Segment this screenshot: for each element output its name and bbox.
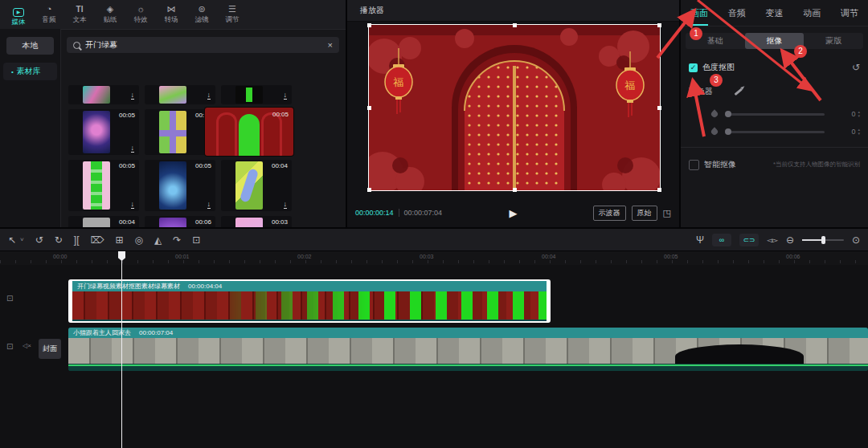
asset-item[interactable]: ↓ bbox=[145, 85, 215, 104]
stepper-down-icon[interactable]: ▾ bbox=[858, 132, 860, 136]
intensity-slider[interactable] bbox=[726, 113, 825, 116]
timeline-clip-main-video[interactable]: 小猫跟着主人回家去 00:00:07:04 bbox=[68, 328, 868, 371]
color-picker-row: 取色器 bbox=[681, 86, 868, 97]
tab-sticker[interactable]: ◈ 贴纸 bbox=[95, 4, 125, 25]
sidebar-item-library[interactable]: •素材库 bbox=[3, 63, 57, 80]
tab-text-label: 文本 bbox=[64, 15, 95, 25]
cover-button[interactable]: 封面 bbox=[39, 339, 61, 359]
mirror-icon[interactable]: ◭ bbox=[154, 229, 162, 251]
tab-text[interactable]: TI 文本 bbox=[64, 4, 95, 25]
select-tool-icon[interactable]: ↖ bbox=[8, 229, 16, 251]
asset-item[interactable]: 00:05 ↓ bbox=[145, 160, 215, 211]
clear-search-icon[interactable]: × bbox=[328, 40, 333, 50]
timeline-zoom-slider[interactable] bbox=[802, 239, 844, 241]
stepper-down-icon[interactable]: ▾ bbox=[858, 114, 860, 118]
asset-item[interactable]: ⋈ 00:03 ↓ bbox=[221, 216, 292, 227]
preview-axis-icon[interactable]: ◅▻ bbox=[767, 229, 778, 251]
zoom-fit-icon[interactable]: ⊙ bbox=[852, 229, 860, 251]
magnetic-snap-toggle[interactable]: ∞ bbox=[712, 234, 731, 246]
rotate-icon[interactable]: ↷ bbox=[173, 229, 181, 251]
timeline-clip-green-screen[interactable]: 开门绿幕视频素材抠图素材绿幕素材 00:00:04:04 bbox=[68, 279, 551, 323]
track1-toggle-icon[interactable]: ⊡ bbox=[6, 294, 13, 303]
auto-link-toggle[interactable]: ⊂⊃ bbox=[739, 234, 759, 246]
subtab-mask[interactable]: 蒙版 bbox=[804, 33, 863, 49]
ruler-label: 00:04 bbox=[542, 254, 556, 259]
reset-icon[interactable]: ↺ bbox=[852, 62, 860, 73]
asset-item[interactable]: ↓ bbox=[68, 85, 139, 104]
download-icon[interactable]: ↓ bbox=[284, 201, 288, 209]
undo-icon[interactable]: ↺ bbox=[35, 229, 43, 251]
clip-duration: 00:00:04:04 bbox=[188, 283, 222, 290]
play-button[interactable]: ▶ bbox=[510, 207, 518, 219]
asset-item[interactable]: 00:04 ↓ bbox=[68, 216, 139, 227]
asset-item[interactable]: 00:04 ↓ bbox=[221, 160, 292, 211]
clip-filmstrip bbox=[72, 291, 547, 320]
download-icon[interactable]: ↓ bbox=[207, 201, 211, 209]
tab-speed[interactable]: 变速 bbox=[766, 0, 784, 26]
timeline-toolbar: ↖ ˅ ↺ ↻ ][ ⌦ ⊞ ◎ ◭ ↷ ⊡ Ψ ∞ ⊂⊃ ◅▻ ⊖ ⊙ bbox=[0, 228, 868, 250]
reverse-icon[interactable]: ◎ bbox=[135, 229, 143, 251]
download-icon[interactable]: ↓ bbox=[131, 92, 135, 100]
asset-item[interactable]: ↓ bbox=[221, 85, 292, 104]
freeze-frame-icon[interactable]: ⊞ bbox=[116, 229, 124, 251]
split-icon[interactable]: ][ bbox=[74, 229, 80, 251]
redo-icon[interactable]: ↻ bbox=[55, 229, 63, 251]
asset-duration: 00:05 bbox=[119, 112, 135, 119]
download-icon[interactable]: ↓ bbox=[131, 145, 135, 153]
shadow-slider[interactable] bbox=[726, 131, 825, 133]
fullscreen-icon[interactable]: ◳ bbox=[663, 208, 671, 218]
shadow-droplet-icon bbox=[710, 127, 719, 136]
tab-adjust-inspector[interactable]: 调节 bbox=[841, 0, 858, 26]
tab-media[interactable]: ▶ 媒体 bbox=[3, 2, 34, 27]
smart-key-checkbox[interactable] bbox=[689, 160, 699, 170]
record-voiceover-icon[interactable]: Ψ bbox=[696, 229, 704, 251]
asset-duration: 00:05 bbox=[195, 162, 211, 169]
delete-icon[interactable]: ⌦ bbox=[91, 229, 104, 251]
intensity-stepper[interactable]: 0 ▴▾ bbox=[833, 110, 860, 118]
select-tool-caret-icon[interactable]: ˅ bbox=[20, 229, 24, 251]
crop-icon[interactable]: ⊡ bbox=[192, 229, 200, 251]
mute-icon[interactable]: ◁× bbox=[23, 342, 31, 349]
tab-transitions[interactable]: ⋈ 转场 bbox=[156, 4, 186, 25]
timeline-ruler[interactable]: 00:00 00:01 00:02 00:03 00:04 00:05 00:0… bbox=[0, 251, 868, 265]
clip-filmstrip bbox=[68, 338, 868, 364]
asset-thumbnail bbox=[159, 111, 186, 153]
time-divider bbox=[399, 209, 399, 217]
tab-effects[interactable]: ☼ 特效 bbox=[125, 4, 156, 25]
download-icon[interactable]: ↓ bbox=[207, 92, 211, 100]
bullet-icon: • bbox=[11, 68, 14, 75]
asset-item-green-door-selected[interactable]: 00:05 bbox=[205, 108, 293, 156]
text-icon: TI bbox=[64, 4, 95, 14]
chroma-key-checkbox[interactable]: ✓ bbox=[689, 63, 698, 72]
tab-animation[interactable]: 动画 bbox=[803, 0, 821, 26]
tab-adjust[interactable]: ☰ 调节 bbox=[217, 4, 248, 25]
tab-filters[interactable]: ⊚ 滤镜 bbox=[186, 4, 217, 25]
video-preview[interactable]: 福 福 bbox=[368, 24, 661, 191]
asset-thumbnail bbox=[159, 86, 186, 104]
download-icon[interactable]: ↓ bbox=[284, 92, 288, 100]
track2-toggle-icon[interactable]: ⊡ bbox=[6, 342, 13, 351]
scope-button[interactable]: 示波器 bbox=[593, 206, 626, 221]
intensity-value: 0 bbox=[851, 110, 855, 118]
tab-audio[interactable]: ◔ 音频 bbox=[34, 4, 64, 25]
subtab-basic[interactable]: 基础 bbox=[686, 33, 745, 49]
smart-key-label: 智能抠像 bbox=[704, 159, 736, 170]
tab-adjust-label: 调节 bbox=[217, 15, 248, 25]
subtab-keying[interactable]: 抠像 bbox=[745, 33, 805, 49]
zoom-out-icon[interactable]: ⊖ bbox=[786, 229, 794, 251]
eyedropper-icon[interactable] bbox=[734, 88, 742, 96]
shadow-stepper[interactable]: 0 ▴▾ bbox=[833, 128, 860, 136]
asset-item[interactable]: 00:05 ↓ bbox=[68, 160, 139, 211]
playhead-line[interactable] bbox=[121, 251, 122, 448]
asset-item[interactable]: 00:05 ↓ bbox=[68, 109, 139, 155]
sidebar-item-local[interactable]: 本地 bbox=[6, 37, 54, 55]
download-icon[interactable]: ↓ bbox=[131, 201, 135, 209]
original-button[interactable]: 原始 bbox=[632, 206, 657, 221]
asset-thumbnail bbox=[83, 86, 110, 104]
asset-item[interactable]: 00:06 ↓ bbox=[145, 216, 215, 227]
search-input[interactable]: 开门绿幕 × bbox=[67, 37, 339, 53]
search-query: 开门绿幕 bbox=[85, 39, 328, 51]
tab-audio-inspector[interactable]: 音频 bbox=[728, 0, 746, 26]
asset-thumbnail bbox=[83, 161, 110, 210]
tab-picture[interactable]: 画面 bbox=[690, 0, 708, 26]
